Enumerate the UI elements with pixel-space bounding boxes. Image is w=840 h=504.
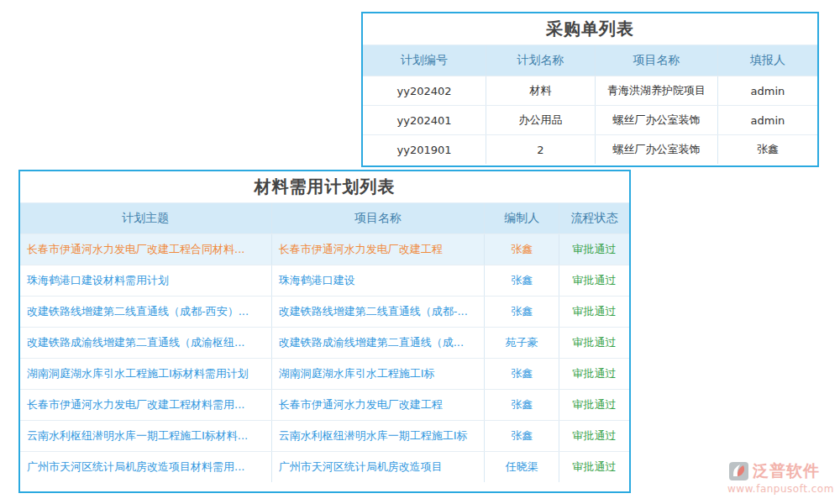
fanpu-logo-icon [727,461,749,481]
table-row: yy201901 2 螺丝厂办公室装饰 张鑫 [363,134,817,164]
plan-subject-link[interactable]: 广州市天河区统计局机房改造项目材料需用... [20,452,271,482]
status-badge: 审批通过 [559,297,629,327]
status-badge: 审批通过 [559,328,629,358]
status-badge: 审批通过 [559,390,629,420]
plan-no-cell: yy202402 [363,76,486,105]
plan-subject-link[interactable]: 珠海鹤港口建设材料需用计划 [20,265,271,296]
project-cell: 青海洪湖养护院项目 [595,76,717,105]
material-plan-title: 材料需用计划列表 [20,171,629,203]
plan-name-cell: 办公用品 [486,106,595,134]
status-badge: 审批通过 [559,265,629,296]
plan-subject-link[interactable]: 长春市伊通河水力发电厂改建工程合同材料... [20,234,271,265]
column-header-reporter: 填报人 [717,45,817,76]
table-row[interactable]: 珠海鹤港口建设材料需用计划 珠海鹤港口建设 张鑫 审批通过 [20,265,629,296]
project-name-link[interactable]: 广州市天河区统计局机房改造项目 [271,452,485,482]
plan-name-cell: 2 [486,135,595,164]
column-header-author: 编制人 [484,203,558,234]
purchase-list-title: 采购单列表 [363,13,817,45]
table-row[interactable]: 云南水利枢纽潜明水库一期工程施工I标材料... 云南水利枢纽潜明水库一期工程施工… [20,420,629,451]
author-link[interactable]: 张鑫 [484,297,558,327]
author-link[interactable]: 张鑫 [484,390,558,420]
plan-subject-link[interactable]: 湖南洞庭湖水库引水工程施工I标材料需用计划 [20,359,271,389]
table-row[interactable]: 改建铁路线增建第二线直通线（成都-西安）... 改建铁路线增建第二线直通线（成都… [20,296,629,327]
watermark-url: www.fanpusoft.com [727,483,837,495]
plan-subject-link[interactable]: 长春市伊通河水力发电厂改建工程材料需用... [20,390,271,420]
table-row[interactable]: 湖南洞庭湖水库引水工程施工I标材料需用计划 湖南洞庭湖水库引水工程施工I标 张鑫… [20,358,629,389]
project-name-link[interactable]: 改建铁路线增建第二线直通线（成都-... [271,297,485,327]
author-link[interactable]: 任晓渠 [484,452,558,482]
status-badge: 审批通过 [559,452,629,482]
column-header-status: 流程状态 [559,203,629,234]
plan-name-cell: 材料 [486,76,595,105]
project-cell: 螺丝厂办公室装饰 [595,135,717,164]
material-plan-panel: 材料需用计划列表 计划主题 项目名称 编制人 流程状态 长春市伊通河水力发电厂改… [18,170,631,493]
purchase-table-header: 计划编号 计划名称 项目名称 填报人 [363,45,817,76]
table-row[interactable]: 长春市伊通河水力发电厂改建工程材料需用... 长春市伊通河水力发电厂改建工程 张… [20,389,629,420]
plan-subject-link[interactable]: 云南水利枢纽潜明水库一期工程施工I标材料... [20,421,271,451]
author-link[interactable]: 张鑫 [484,359,558,389]
project-name-link[interactable]: 长春市伊通河水力发电厂改建工程 [271,234,485,265]
column-header-plan-name: 计划名称 [486,45,595,76]
status-badge: 审批通过 [559,359,629,389]
watermark-brand-text: 泛普软件 [753,460,820,482]
author-link[interactable]: 张鑫 [484,234,558,265]
status-badge: 审批通过 [559,421,629,451]
column-header-project: 项目名称 [595,45,717,76]
project-name-link[interactable]: 湖南洞庭湖水库引水工程施工I标 [271,359,485,389]
plan-subject-link[interactable]: 改建铁路线增建第二线直通线（成都-西安）... [20,297,271,327]
reporter-cell: 张鑫 [717,135,817,164]
column-header-plan-no: 计划编号 [363,45,486,76]
purchase-list-panel: 采购单列表 计划编号 计划名称 项目名称 填报人 yy202402 材料 青海洪… [361,12,819,167]
project-name-link[interactable]: 长春市伊通河水力发电厂改建工程 [271,390,485,420]
project-name-link[interactable]: 珠海鹤港口建设 [271,265,485,296]
column-header-subject: 计划主题 [20,203,271,234]
project-cell: 螺丝厂办公室装饰 [595,106,717,134]
plan-no-cell: yy201901 [363,135,486,164]
project-name-link[interactable]: 云南水利枢纽潜明水库一期工程施工I标 [271,421,485,451]
author-link[interactable]: 张鑫 [484,265,558,296]
material-table-header: 计划主题 项目名称 编制人 流程状态 [20,203,629,234]
column-header-project: 项目名称 [271,203,485,234]
plan-no-cell: yy202401 [363,106,486,134]
author-link[interactable]: 张鑫 [484,421,558,451]
reporter-cell: admin [717,106,817,134]
table-row: yy202401 办公用品 螺丝厂办公室装饰 admin [363,105,817,134]
table-row: yy202402 材料 青海洪湖养护院项目 admin [363,76,817,105]
table-row[interactable]: 长春市伊通河水力发电厂改建工程合同材料... 长春市伊通河水力发电厂改建工程 张… [20,234,629,265]
author-link[interactable]: 苑子豪 [484,328,558,358]
plan-subject-link[interactable]: 改建铁路成渝线增建第二直通线（成渝枢纽... [20,328,271,358]
watermark: 泛普软件 www.fanpusoft.com [727,460,837,495]
table-row[interactable]: 改建铁路成渝线增建第二直通线（成渝枢纽... 改建铁路成渝线增建第二直通线（成.… [20,327,629,358]
table-row[interactable]: 广州市天河区统计局机房改造项目材料需用... 广州市天河区统计局机房改造项目 任… [20,451,629,482]
status-badge: 审批通过 [559,234,629,265]
reporter-cell: admin [717,76,817,105]
project-name-link[interactable]: 改建铁路成渝线增建第二直通线（成... [271,328,485,358]
